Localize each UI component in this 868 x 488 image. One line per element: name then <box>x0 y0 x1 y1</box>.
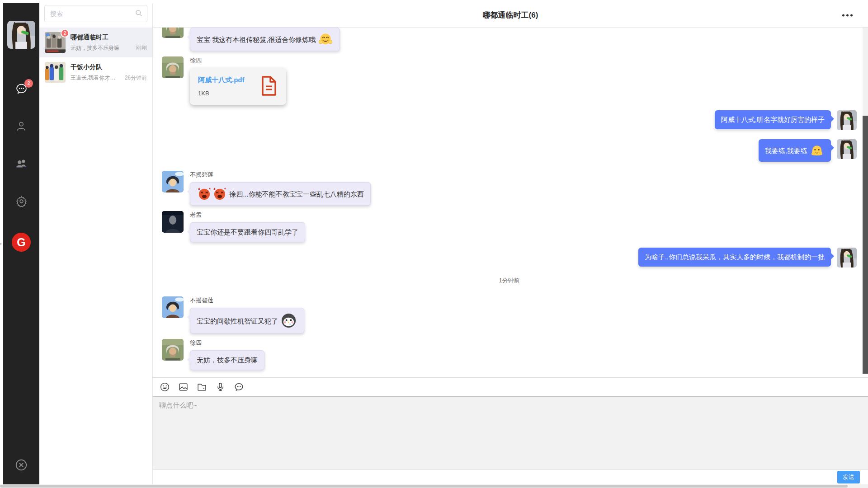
message-row: 老孟宝宝你还是不要跟着你四哥乱学了 <box>162 211 857 242</box>
message-row: 为啥子..你们总说我呆瓜，其实大多的时候，我都机制的一批 <box>162 248 857 267</box>
message-column: 徐四阿威十八式.pdf1KB <box>190 56 286 105</box>
avatar[interactable] <box>162 171 184 192</box>
conversation-panel: 哪都通临时工(6) 徐四宝宝 我这有本祖传秘笈,很适合你修炼哦 徐四阿威十八式.… <box>153 3 868 484</box>
panel-collapse-arrow[interactable]: ▸ <box>0 241 2 246</box>
chat-item-main: 哪都通临时工 无妨，技多不压身嘛 刚刚 <box>71 33 147 52</box>
sender-name: 不摇碧莲 <box>190 296 304 305</box>
emoji-melting-face <box>810 144 824 157</box>
avatar[interactable] <box>162 211 184 233</box>
message-column: 徐四宝宝 我这有本祖传秘笈,很适合你修炼哦 <box>190 28 340 51</box>
message-row: 我要练,我要练 <box>162 139 857 162</box>
emoji-penguin-sticker <box>281 313 297 328</box>
sidebar-item-chats[interactable]: 2 <box>15 83 28 96</box>
sidebar-item-contacts[interactable] <box>15 121 28 133</box>
message-row: 阿威十八式,听名字就好厉害的样子 <box>162 110 857 130</box>
chat-item-title: 干饭小分队 <box>71 63 147 71</box>
close-circle-icon <box>14 465 28 473</box>
search-icon[interactable] <box>135 9 142 19</box>
group-avatar: 2 <box>45 32 66 53</box>
horizontal-scrollbar-track[interactable] <box>0 484 868 488</box>
emoji-hugging-face <box>319 33 332 46</box>
nav-sidebar: 2 <box>3 3 39 484</box>
message-bubble: 为啥子..你们总说我呆瓜，其实大多的时候，我都机制的一批 <box>638 248 831 267</box>
sender-name: 不摇碧莲 <box>190 171 371 179</box>
unread-badge: 2 <box>24 79 33 88</box>
message-column: 老孟宝宝你还是不要跟着你四哥乱学了 <box>190 211 305 242</box>
file-name: 阿威十八式.pdf <box>198 75 245 84</box>
avatar[interactable] <box>162 56 184 78</box>
unread-badge: 2 <box>61 29 69 38</box>
chat-item-title: 哪都通临时工 <box>71 33 147 42</box>
sidebar-item-groups[interactable] <box>15 158 28 171</box>
horizontal-scrollbar-thumb[interactable] <box>0 485 848 488</box>
message-input[interactable] <box>153 397 868 469</box>
emoji-angry-face <box>198 187 211 201</box>
message-row: 徐四阿威十八式.pdf1KB <box>162 56 857 105</box>
message-bubble: 宝宝 我这有本祖传秘笈,很适合你修炼哦 <box>190 28 340 51</box>
chat-item-main: 干饭小分队 王道长,我看你才… 26分钟前 <box>71 63 147 82</box>
composer <box>153 396 868 469</box>
microphone-icon[interactable] <box>215 382 226 393</box>
message-column: 徐四无妨，技多不压身嘛 <box>190 339 264 370</box>
file-size: 1KB <box>198 90 245 97</box>
group-icon <box>15 157 28 172</box>
message-bubble: 宝宝你还是不要跟着你四哥乱学了 <box>190 222 305 242</box>
avatar[interactable] <box>837 110 857 130</box>
message-column: 不摇碧莲宝宝的间歇性机智证又犯了 <box>190 296 304 333</box>
avatar[interactable] <box>162 296 184 318</box>
chat-item-time: 26分钟前 <box>125 74 147 82</box>
file-message-card[interactable]: 阿威十八式.pdf1KB <box>190 68 286 105</box>
chat-list-item[interactable]: 2 哪都通临时工 无妨，技多不压身嘛 刚刚 <box>39 28 152 57</box>
send-button[interactable]: 发送 <box>837 471 860 483</box>
avatar[interactable] <box>162 339 184 361</box>
message-list: 徐四宝宝 我这有本祖传秘笈,很适合你修炼哦 徐四阿威十八式.pdf1KB阿威十八… <box>162 28 857 370</box>
image-picker-icon[interactable] <box>178 382 189 393</box>
avatar[interactable] <box>837 139 857 159</box>
chat-item-preview: 无妨，技多不压身嘛 <box>71 44 133 52</box>
message-row: 徐四无妨，技多不压身嘛 <box>162 339 857 370</box>
chat-item-time: 刚刚 <box>136 44 147 52</box>
chat-app-window: 2 <box>3 3 868 484</box>
g-logo[interactable]: G <box>12 233 31 252</box>
emoji-icon[interactable] <box>159 382 170 393</box>
message-row: 徐四宝宝 我这有本祖传秘笈,很适合你修炼哦 <box>162 28 857 51</box>
contacts-icon <box>15 120 27 134</box>
more-menu-button[interactable] <box>840 11 855 19</box>
composer-footer: 发送 <box>153 469 868 484</box>
avatar[interactable] <box>837 248 857 267</box>
pdf-file-icon <box>260 75 278 98</box>
file-info: 阿威十八式.pdf1KB <box>198 75 245 97</box>
conversation-header: 哪都通临时工(6) <box>153 3 868 28</box>
folder-icon[interactable] <box>196 382 207 393</box>
chat-item-preview: 王道长,我看你才… <box>71 74 122 82</box>
group-avatar <box>45 62 66 83</box>
sender-name: 老孟 <box>190 211 305 219</box>
chat-history-icon[interactable] <box>233 382 244 393</box>
message-bubble: 宝宝的间歇性机智证又犯了 <box>190 308 304 333</box>
search-row <box>39 3 152 28</box>
composer-toolbar <box>153 377 868 396</box>
vertical-scrollbar-track[interactable] <box>863 28 868 374</box>
chat-list-panel: 2 哪都通临时工 无妨，技多不压身嘛 刚刚 干饭小分队 王道长,我看你才… 26… <box>39 3 153 484</box>
user-avatar[interactable] <box>7 21 35 49</box>
sender-name: 徐四 <box>190 56 286 65</box>
message-bubble: 阿威十八式,听名字就好厉害的样子 <box>715 110 831 129</box>
message-row: 不摇碧莲 徐四...你能不能不教宝宝一些乱七八糟的东西 <box>162 171 857 206</box>
chat-list-item[interactable]: 干饭小分队 王道长,我看你才… 26分钟前 <box>39 57 152 87</box>
vertical-scrollbar-thumb[interactable] <box>863 116 868 374</box>
message-area: 徐四宝宝 我这有本祖传秘笈,很适合你修炼哦 徐四阿威十八式.pdf1KB阿威十八… <box>153 28 868 377</box>
ellipsis-icon <box>842 14 844 16</box>
message-bubble: 我要练,我要练 <box>759 139 831 162</box>
message-row: 不摇碧莲宝宝的间歇性机智证又犯了 <box>162 296 857 333</box>
close-button[interactable] <box>14 458 28 474</box>
avatar[interactable] <box>162 28 184 38</box>
sidebar-item-settings[interactable] <box>15 196 28 208</box>
message-column: 不摇碧莲 徐四...你能不能不教宝宝一些乱七八糟的东西 <box>190 171 371 206</box>
emoji-angry-face <box>213 187 226 201</box>
search-box <box>44 5 147 22</box>
search-input[interactable] <box>49 9 135 18</box>
message-bubble: 无妨，技多不压身嘛 <box>190 350 264 370</box>
conversation-title: 哪都通临时工(6) <box>483 10 538 20</box>
message-bubble: 徐四...你能不能不教宝宝一些乱七八糟的东西 <box>190 182 371 206</box>
sender-name: 徐四 <box>190 339 264 347</box>
